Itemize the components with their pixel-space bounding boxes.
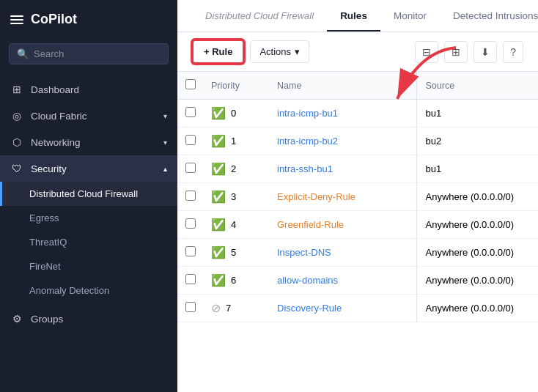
sub-item-label: Distributed Cloud Firewall — [29, 188, 138, 199]
hamburger-icon[interactable] — [10, 15, 23, 24]
sidebar-item-networking[interactable]: ⬡ Networking ▾ — [0, 129, 177, 155]
rule-name-link[interactable]: Explicit-Deny-Rule — [277, 191, 355, 202]
filter-button[interactable]: ⊟ — [415, 41, 438, 63]
source-cell: Anywhere (0.0.0.0/0) — [416, 239, 538, 267]
actions-button[interactable]: Actions ▾ — [250, 40, 309, 63]
priority-value: 6 — [231, 275, 236, 286]
status-icon-active: ✅ — [211, 106, 226, 120]
app-header[interactable]: CoPilot — [0, 0, 177, 39]
rule-name-link[interactable]: Discovery-Rule — [277, 303, 342, 314]
download-button[interactable]: ⬇ — [473, 41, 497, 63]
table-row[interactable]: ⊘ 7 Discovery-Rule Anywhere (0.0.0.0/0) — [177, 295, 538, 322]
priority-cell: ✅ 4 — [204, 211, 270, 239]
filter-icon: ⊟ — [422, 46, 431, 58]
priority-value: 3 — [231, 191, 236, 202]
priority-cell: ✅ 2 — [204, 155, 270, 183]
sidebar-item-anomaly-detection[interactable]: Anomaly Detection — [0, 278, 177, 303]
rule-name-link[interactable]: Greenfield-Rule — [277, 219, 344, 230]
rule-name-link[interactable]: allow-domains — [277, 275, 338, 286]
rule-name-link[interactable]: intra-ssh-bu1 — [277, 163, 333, 174]
columns-button[interactable]: ⊞ — [444, 41, 468, 63]
add-rule-button[interactable]: + Rule — [192, 40, 244, 64]
table-row[interactable]: ✅ 3 Explicit-Deny-Rule Anywhere (0.0.0.0… — [177, 183, 538, 211]
row-checkbox-cell — [177, 295, 204, 322]
name-cell[interactable]: intra-ssh-bu1 — [270, 155, 416, 183]
sidebar-item-label: Cloud Fabric — [31, 111, 87, 122]
sidebar-item-security[interactable]: 🛡 Security ▴ — [0, 155, 177, 182]
row-checkbox[interactable] — [185, 107, 196, 117]
chevron-up-icon: ▴ — [163, 165, 167, 173]
table-row[interactable]: ✅ 5 Inspect-DNS Anywhere (0.0.0.0/0) — [177, 239, 538, 267]
nav-section: ⊞ Dashboard ◎ Cloud Fabric ▾ ⬡ Networkin… — [0, 73, 177, 335]
rule-name-link[interactable]: intra-icmp-bu2 — [277, 136, 338, 147]
row-checkbox[interactable] — [185, 191, 196, 201]
row-checkbox-cell — [177, 267, 204, 295]
priority-value: 5 — [231, 247, 236, 258]
name-cell[interactable]: intra-icmp-bu2 — [270, 127, 416, 155]
search-placeholder: Search — [34, 48, 64, 59]
sidebar-item-firenet[interactable]: FireNet — [0, 254, 177, 278]
name-cell[interactable]: Explicit-Deny-Rule — [270, 183, 416, 211]
sub-item-label: Anomaly Detection — [29, 285, 109, 296]
help-button[interactable]: ? — [503, 41, 523, 63]
priority-header: Priority — [204, 72, 270, 100]
priority-cell: ⊘ 7 — [204, 295, 270, 322]
name-cell[interactable]: allow-domains — [270, 267, 416, 295]
security-icon: 🛡 — [10, 163, 23, 174]
name-cell[interactable]: Inspect-DNS — [270, 239, 416, 267]
name-cell[interactable]: intra-icmp-bu1 — [270, 100, 416, 127]
status-icon-active: ✅ — [211, 218, 226, 232]
name-cell[interactable]: Discovery-Rule — [270, 295, 416, 322]
table-row[interactable]: ✅ 4 Greenfield-Rule Anywhere (0.0.0.0/0) — [177, 211, 538, 239]
priority-cell: ✅ 5 — [204, 239, 270, 267]
table-row[interactable]: ✅ 6 allow-domains Anywhere (0.0.0.0/0) — [177, 267, 538, 295]
row-checkbox-cell — [177, 239, 204, 267]
sidebar-item-dashboard[interactable]: ⊞ Dashboard — [0, 76, 177, 103]
table-row[interactable]: ✅ 0 intra-icmp-bu1 bu1 — [177, 100, 538, 127]
row-checkbox[interactable] — [185, 135, 196, 145]
row-checkbox[interactable] — [185, 163, 196, 173]
toolbar: + Rule Actions ▾ ⊟ ⊞ ⬇ ? — [177, 32, 538, 72]
row-checkbox-cell — [177, 127, 204, 155]
row-checkbox[interactable] — [185, 274, 196, 284]
priority-value: 1 — [231, 136, 236, 147]
download-icon: ⬇ — [481, 46, 490, 58]
sub-item-label: FireNet — [29, 261, 61, 272]
row-checkbox-cell — [177, 183, 204, 211]
actions-label: Actions — [259, 46, 291, 57]
sidebar-item-egress[interactable]: Egress — [0, 206, 177, 230]
rule-name-link[interactable]: intra-icmp-bu1 — [277, 108, 338, 119]
name-cell[interactable]: Greenfield-Rule — [270, 211, 416, 239]
chevron-down-icon: ▾ — [163, 138, 167, 147]
status-icon-active: ✅ — [211, 273, 226, 287]
sidebar-item-groups[interactable]: ⚙ Groups — [0, 306, 177, 332]
search-box[interactable]: 🔍 Search — [9, 43, 169, 64]
sidebar-item-threatiq[interactable]: ThreatIQ — [0, 230, 177, 254]
status-icon-active: ✅ — [211, 245, 226, 259]
tab-detected-intrusions[interactable]: Detected Intrusions — [440, 0, 538, 32]
networking-icon: ⬡ — [10, 136, 23, 148]
source-cell: Anywhere (0.0.0.0/0) — [416, 267, 538, 295]
rule-name-link[interactable]: Inspect-DNS — [277, 247, 331, 258]
table-row[interactable]: ✅ 2 intra-ssh-bu1 bu1 — [177, 155, 538, 183]
priority-cell: ✅ 0 — [204, 100, 270, 127]
select-all-checkbox[interactable] — [185, 79, 196, 89]
row-checkbox[interactable] — [185, 246, 196, 256]
priority-cell: ✅ 3 — [204, 183, 270, 211]
tab-rules[interactable]: Rules — [327, 0, 380, 32]
sidebar-item-distributed-cloud-firewall[interactable]: Distributed Cloud Firewall — [0, 182, 177, 206]
sidebar-item-label: Dashboard — [31, 84, 79, 95]
help-icon: ? — [510, 46, 516, 58]
dashboard-icon: ⊞ — [10, 84, 23, 95]
row-checkbox[interactable] — [185, 218, 196, 229]
row-checkbox-cell — [177, 100, 204, 127]
priority-cell: ✅ 6 — [204, 267, 270, 295]
row-checkbox[interactable] — [185, 302, 196, 312]
table-row[interactable]: ✅ 1 intra-icmp-bu2 bu2 — [177, 127, 538, 155]
sidebar-item-label: Networking — [31, 137, 81, 148]
sidebar-item-cloud-fabric[interactable]: ◎ Cloud Fabric ▾ — [0, 103, 177, 129]
cloud-fabric-icon: ◎ — [10, 110, 23, 122]
tab-breadcrumb[interactable]: Distributed Cloud Firewall — [192, 0, 327, 32]
tab-monitor[interactable]: Monitor — [380, 0, 440, 32]
main-content: Distributed Cloud Firewall Rules Monitor… — [177, 0, 538, 392]
